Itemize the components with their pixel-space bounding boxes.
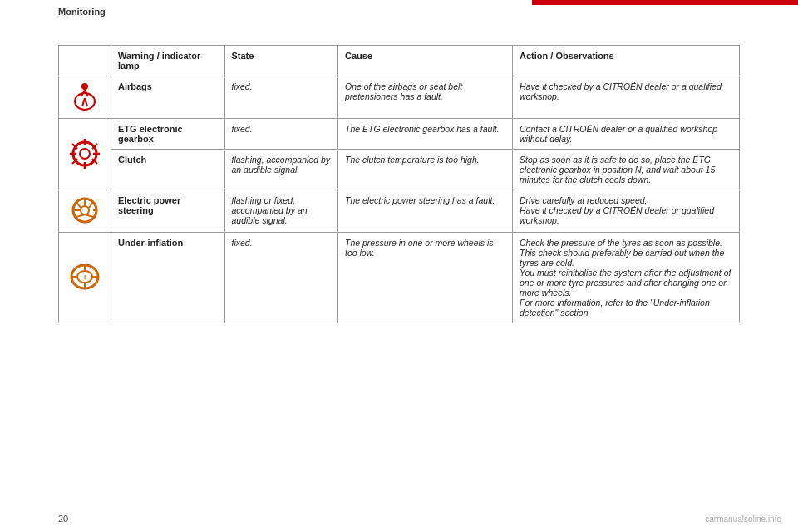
cause-etg: The ETG electronic gearbox has a fault. (338, 119, 513, 150)
svg-line-5 (85, 98, 87, 106)
table-row: Airbags fixed. One of the airbags or sea… (59, 76, 740, 119)
state-airbags: fixed. (224, 76, 338, 119)
icon-cell-eps (59, 190, 111, 233)
red-bar (532, 0, 798, 5)
col-header-icon (59, 46, 111, 76)
state-tyre: fixed. (224, 233, 338, 323)
svg-point-6 (73, 142, 96, 165)
state-eps: flashing or fixed, accompanied by an aud… (224, 190, 338, 233)
action-tyre: Check the pressure of the tyres as soon … (513, 233, 740, 323)
icon-cell-etg (59, 119, 111, 190)
icon-cell-tyre: ! (59, 233, 111, 323)
cause-airbags: One of the airbags or seat belt pretensi… (338, 76, 513, 119)
warning-name-airbags: Airbags (111, 76, 225, 119)
state-clutch: flashing, accompanied by an audible sign… (224, 150, 338, 190)
svg-text:!: ! (84, 273, 86, 281)
svg-point-0 (81, 83, 88, 90)
state-etg: fixed. (224, 119, 338, 150)
svg-point-1 (75, 93, 95, 110)
action-clutch: Stop as soon as it is safe to do so, pla… (513, 150, 740, 190)
svg-point-17 (81, 206, 89, 214)
col-header-action: Action / Observations (513, 46, 740, 76)
tyre-icon: ! (68, 260, 101, 293)
table-row: ETG electronic gearbox fixed. The ETG el… (59, 119, 740, 150)
col-header-cause: Cause (338, 46, 513, 76)
table-row: ! Under-inflation fixed. The pressure in… (59, 233, 740, 323)
warning-name-etg: ETG electronic gearbox (111, 119, 225, 150)
cause-clutch: The clutch temperature is too high. (338, 150, 513, 190)
warning-name-tyre: Under-inflation (111, 233, 225, 323)
col-header-state: State (224, 46, 338, 76)
airbag-icon (68, 80, 101, 113)
svg-point-7 (80, 149, 90, 159)
svg-line-22 (89, 202, 93, 208)
warning-name-clutch: Clutch (111, 150, 225, 190)
eps-icon (68, 194, 101, 227)
action-etg: Contact a CITROËN dealer or a qualified … (513, 119, 740, 150)
col-header-warning: Warning / indicator lamp (111, 46, 225, 76)
svg-line-19 (76, 202, 81, 208)
table-row: Clutch flashing, accompanied by an audib… (59, 150, 740, 190)
page-number: 20 (58, 514, 68, 524)
action-eps: Drive carefully at reduced speed.Have it… (513, 190, 740, 233)
page-title: Monitoring (58, 7, 106, 17)
action-airbags: Have it checked by a CITROËN dealer or a… (513, 76, 740, 119)
table-row: Electric power steering flashing or fixe… (59, 190, 740, 233)
icon-cell-airbag (59, 76, 111, 119)
etg-icon (68, 137, 101, 170)
warning-table: Warning / indicator lamp State Cause Act… (58, 45, 740, 323)
watermark: carmanualsoline.info (705, 515, 781, 524)
cause-eps: The electric power steering has a fault. (338, 190, 513, 233)
cause-tyre: The pressure in one or more wheels is to… (338, 233, 513, 323)
main-table-container: Warning / indicator lamp State Cause Act… (58, 45, 740, 323)
warning-name-eps: Electric power steering (111, 190, 225, 233)
